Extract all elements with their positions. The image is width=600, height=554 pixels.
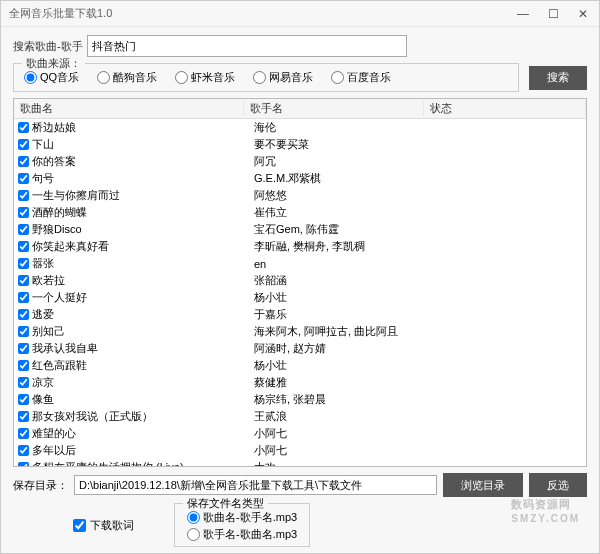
row-artist: 王贰浪: [254, 409, 434, 424]
save-path-input[interactable]: [74, 475, 437, 495]
search-input[interactable]: [87, 35, 407, 57]
source-option-3[interactable]: 网易音乐: [253, 70, 313, 85]
table-row[interactable]: 难望的心小阿七: [14, 425, 586, 442]
table-row[interactable]: 你笑起来真好看李昕融, 樊桐舟, 李凯稠: [14, 238, 586, 255]
table-row[interactable]: 我承认我自卑阿涵时, 赵方婧: [14, 340, 586, 357]
row-checkbox[interactable]: [18, 428, 29, 439]
source-radio-2[interactable]: [175, 71, 188, 84]
source-radio-4[interactable]: [331, 71, 344, 84]
row-checkbox[interactable]: [18, 360, 29, 371]
source-label-2: 虾米音乐: [191, 70, 235, 85]
table-row[interactable]: 欧若拉张韶涵: [14, 272, 586, 289]
table-row[interactable]: 嚣张en: [14, 255, 586, 272]
source-radio-1[interactable]: [97, 71, 110, 84]
table-row[interactable]: 野狼Disco宝石Gem, 陈伟霆: [14, 221, 586, 238]
source-legend: 歌曲来源：: [22, 56, 85, 71]
row-artist: 杨小壮: [254, 358, 434, 373]
row-checkbox[interactable]: [18, 156, 29, 167]
row-checkbox[interactable]: [18, 309, 29, 320]
close-icon[interactable]: ✕: [575, 7, 591, 21]
row-artist: 杨小壮: [254, 290, 434, 305]
save-row: 保存目录： 浏览目录 反选: [13, 473, 587, 497]
filename-radio-0[interactable]: [187, 511, 200, 524]
table-row[interactable]: 多想在平庸的生活拥抱你 (Live)大欢: [14, 459, 586, 466]
table-row[interactable]: 逃爱于嘉乐: [14, 306, 586, 323]
table-row[interactable]: 红色高跟鞋杨小壮: [14, 357, 586, 374]
table-row[interactable]: 别知己海来阿木, 阿呷拉古, 曲比阿且: [14, 323, 586, 340]
content: 搜索歌曲-歌手 歌曲来源： QQ音乐酷狗音乐虾米音乐网易音乐百度音乐 搜索 歌曲…: [1, 27, 599, 553]
lyrics-checkbox[interactable]: 下载歌词: [73, 518, 134, 533]
row-artist: 崔伟立: [254, 205, 434, 220]
row-artist: 阿涵时, 赵方婧: [254, 341, 434, 356]
table-row[interactable]: 桥边姑娘海伦: [14, 119, 586, 136]
row-checkbox[interactable]: [18, 343, 29, 354]
col-artist-header[interactable]: 歌手名: [244, 101, 424, 116]
row-checkbox[interactable]: [18, 207, 29, 218]
row-checkbox[interactable]: [18, 292, 29, 303]
maximize-icon[interactable]: ☐: [545, 7, 561, 21]
row-checkbox[interactable]: [18, 190, 29, 201]
source-radio-3[interactable]: [253, 71, 266, 84]
row-song: 句号: [32, 171, 254, 186]
row-artist: 小阿七: [254, 443, 434, 458]
invert-button[interactable]: 反选: [529, 473, 587, 497]
table-header: 歌曲名 歌手名 状态: [14, 99, 586, 119]
browse-button[interactable]: 浏览目录: [443, 473, 523, 497]
filename-option-1[interactable]: 歌手名-歌曲名.mp3: [187, 527, 297, 542]
table-row[interactable]: 下山要不要买菜: [14, 136, 586, 153]
col-song-header[interactable]: 歌曲名: [14, 101, 244, 116]
table-row[interactable]: 句号G.E.M.邓紫棋: [14, 170, 586, 187]
source-option-2[interactable]: 虾米音乐: [175, 70, 235, 85]
row-song: 欧若拉: [32, 273, 254, 288]
row-song: 那女孩对我说（正式版）: [32, 409, 254, 424]
source-option-0[interactable]: QQ音乐: [24, 70, 79, 85]
source-label-3: 网易音乐: [269, 70, 313, 85]
opts-row: 下载歌词 保存文件名类型 歌曲名-歌手名.mp3歌手名-歌曲名.mp3: [13, 503, 587, 547]
row-checkbox[interactable]: [18, 139, 29, 150]
row-checkbox[interactable]: [18, 241, 29, 252]
source-row: 歌曲来源： QQ音乐酷狗音乐虾米音乐网易音乐百度音乐 搜索: [13, 63, 587, 92]
search-button[interactable]: 搜索: [529, 66, 587, 90]
source-option-1[interactable]: 酷狗音乐: [97, 70, 157, 85]
table-row[interactable]: 凉京蔡健雅: [14, 374, 586, 391]
row-artist: 宝石Gem, 陈伟霆: [254, 222, 434, 237]
table-row[interactable]: 一生与你擦肩而过阿悠悠: [14, 187, 586, 204]
row-song: 多年以后: [32, 443, 254, 458]
row-song: 一个人挺好: [32, 290, 254, 305]
row-checkbox[interactable]: [18, 224, 29, 235]
row-checkbox[interactable]: [18, 258, 29, 269]
row-checkbox[interactable]: [18, 377, 29, 388]
row-checkbox[interactable]: [18, 326, 29, 337]
table-row[interactable]: 多年以后小阿七: [14, 442, 586, 459]
row-song: 下山: [32, 137, 254, 152]
filename-option-0[interactable]: 歌曲名-歌手名.mp3: [187, 510, 297, 525]
table-row[interactable]: 那女孩对我说（正式版）王贰浪: [14, 408, 586, 425]
table-row[interactable]: 一个人挺好杨小壮: [14, 289, 586, 306]
table-row[interactable]: 像鱼杨宗纬, 张碧晨: [14, 391, 586, 408]
lyrics-check-input[interactable]: [73, 519, 86, 532]
row-checkbox[interactable]: [18, 394, 29, 405]
row-song: 像鱼: [32, 392, 254, 407]
filename-radio-1[interactable]: [187, 528, 200, 541]
filename-fieldset: 保存文件名类型 歌曲名-歌手名.mp3歌手名-歌曲名.mp3: [174, 503, 310, 547]
row-checkbox[interactable]: [18, 275, 29, 286]
row-song: 逃爱: [32, 307, 254, 322]
row-checkbox[interactable]: [18, 411, 29, 422]
row-song: 一生与你擦肩而过: [32, 188, 254, 203]
table-body[interactable]: 桥边姑娘海伦下山要不要买菜你的答案阿冗句号G.E.M.邓紫棋一生与你擦肩而过阿悠…: [14, 119, 586, 466]
row-song: 酒醉的蝴蝶: [32, 205, 254, 220]
row-checkbox[interactable]: [18, 462, 29, 466]
row-checkbox[interactable]: [18, 173, 29, 184]
window-title: 全网音乐批量下载1.0: [9, 6, 112, 21]
row-song: 别知己: [32, 324, 254, 339]
table-row[interactable]: 你的答案阿冗: [14, 153, 586, 170]
source-radio-0[interactable]: [24, 71, 37, 84]
source-option-4[interactable]: 百度音乐: [331, 70, 391, 85]
table-row[interactable]: 酒醉的蝴蝶崔伟立: [14, 204, 586, 221]
source-label-4: 百度音乐: [347, 70, 391, 85]
row-checkbox[interactable]: [18, 122, 29, 133]
minimize-icon[interactable]: —: [515, 7, 531, 21]
row-artist: 于嘉乐: [254, 307, 434, 322]
col-status-header[interactable]: 状态: [424, 101, 586, 116]
row-checkbox[interactable]: [18, 445, 29, 456]
